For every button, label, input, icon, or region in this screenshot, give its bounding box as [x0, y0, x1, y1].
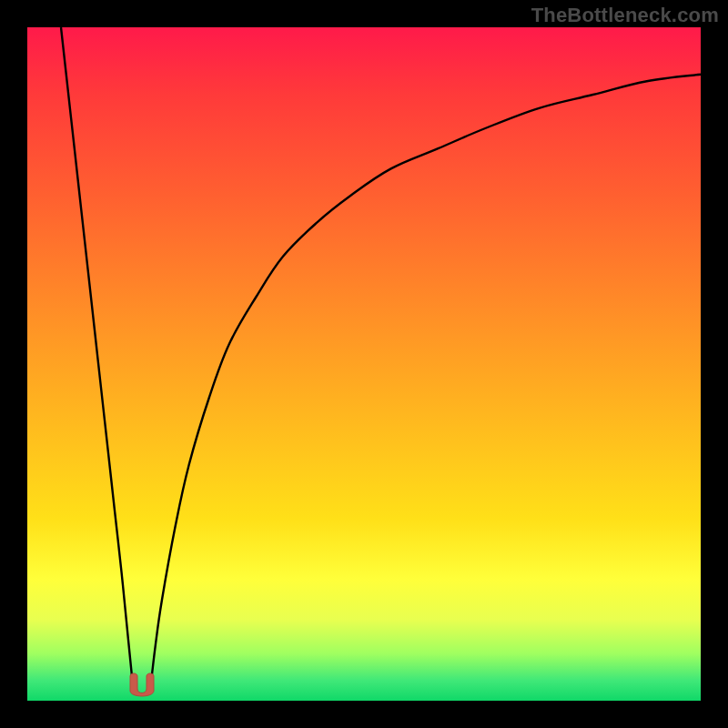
watermark-text: TheBottleneck.com — [531, 4, 719, 27]
curve-right-branch — [150, 75, 701, 687]
chart-container: TheBottleneck.com — [0, 0, 728, 728]
optimal-point-marker — [126, 672, 157, 698]
curve-left-branch — [61, 27, 133, 687]
bottleneck-curve — [27, 27, 701, 701]
